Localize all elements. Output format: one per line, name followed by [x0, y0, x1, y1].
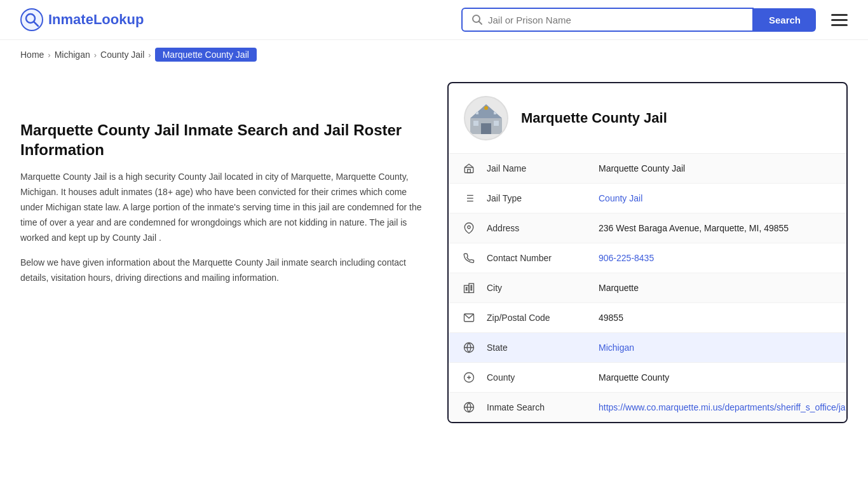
pin-icon	[461, 222, 477, 234]
row-value: 49855	[599, 313, 834, 323]
table-row: StateMichigan	[449, 333, 846, 363]
description-paragraph-2: Below we have given information about th…	[20, 255, 427, 286]
jail-building-icon	[467, 99, 505, 137]
breadcrumb: Home › Michigan › County Jail › Marquett…	[0, 40, 868, 69]
main-content: Marquette County Jail Inmate Search and …	[0, 69, 868, 449]
svg-rect-28	[471, 289, 472, 290]
svg-rect-13	[465, 168, 473, 173]
page-title: Marquette County Jail Inmate Search and …	[20, 120, 427, 159]
row-label: Inmate Search	[487, 402, 588, 412]
row-value: Marquette County Jail	[599, 163, 834, 173]
table-row: Inmate Searchhttps://www.co.marquette.mi…	[449, 393, 846, 422]
table-row: Jail NameMarquette County Jail	[449, 154, 846, 184]
row-label: Jail Type	[487, 193, 588, 203]
logo-icon	[20, 8, 43, 31]
svg-point-21	[468, 226, 471, 229]
left-panel: Marquette County Jail Inmate Search and …	[20, 82, 427, 296]
search-area: Search	[461, 8, 848, 32]
row-label: City	[487, 283, 588, 293]
row-label: Address	[487, 223, 588, 233]
row-value[interactable]: County Jail	[599, 193, 834, 203]
svg-point-12	[484, 106, 488, 110]
chevron-icon-1: ›	[48, 50, 50, 60]
svg-rect-24	[466, 287, 468, 288]
globe-icon	[461, 342, 477, 353]
row-value[interactable]: 906-225-8435	[599, 253, 834, 263]
svg-rect-26	[471, 285, 472, 287]
table-row: CountyMarquette County	[449, 363, 846, 393]
breadcrumb-state[interactable]: Michigan	[55, 50, 90, 60]
mail-icon	[461, 312, 477, 323]
hamburger-line-2	[831, 19, 848, 21]
phone-icon	[461, 252, 477, 264]
svg-rect-14	[468, 170, 471, 173]
site-header: InmateLookup Search	[0, 0, 868, 40]
card-header: Marquette County Jail	[449, 83, 846, 154]
card-jail-name: Marquette County Jail	[521, 110, 667, 126]
search-button[interactable]: Search	[754, 8, 816, 32]
svg-line-4	[478, 22, 482, 25]
row-label: Contact Number	[487, 253, 588, 263]
svg-rect-10	[476, 112, 478, 114]
svg-rect-8	[473, 121, 478, 126]
svg-rect-7	[481, 123, 491, 134]
row-label: Zip/Postal Code	[487, 313, 588, 323]
info-card: Marquette County Jail Jail NameMarquette…	[447, 82, 848, 423]
svg-point-0	[21, 9, 43, 30]
county-icon	[461, 372, 477, 383]
row-value[interactable]: Michigan	[599, 342, 834, 353]
search-box	[461, 8, 754, 32]
jail-avatar	[464, 96, 508, 140]
row-value: Marquette County	[599, 372, 834, 383]
row-label: State	[487, 342, 588, 353]
table-row: Address236 West Baraga Avenue, Marquette…	[449, 214, 846, 243]
hamburger-line-1	[831, 14, 848, 16]
search-input[interactable]	[488, 15, 743, 25]
list-icon	[461, 193, 477, 204]
description-paragraph-1: Marquette County Jail is a high security…	[20, 170, 427, 245]
chevron-icon-3: ›	[148, 50, 151, 60]
table-row: Contact Number906-225-8435	[449, 243, 846, 273]
chevron-icon-2: ›	[94, 50, 97, 60]
row-value: Marquette	[599, 283, 834, 293]
logo-text: InmateLookup	[48, 11, 144, 28]
row-label: Jail Name	[487, 163, 588, 173]
breadcrumb-type[interactable]: County Jail	[100, 50, 144, 60]
breadcrumb-current: Marquette County Jail	[155, 48, 257, 62]
breadcrumb-home[interactable]: Home	[20, 50, 44, 60]
table-row: Zip/Postal Code49855	[449, 303, 846, 333]
search-icon	[471, 14, 483, 25]
row-value: 236 West Baraga Avenue, Marquette, MI, 4…	[599, 223, 834, 233]
hamburger-line-3	[831, 24, 848, 26]
table-row: CityMarquette	[449, 273, 846, 303]
jail-icon	[461, 163, 477, 174]
svg-rect-9	[494, 121, 499, 126]
svg-rect-25	[466, 289, 468, 290]
search-globe-icon	[461, 402, 477, 413]
logo[interactable]: InmateLookup	[20, 8, 144, 31]
table-row: Jail TypeCounty Jail	[449, 184, 846, 214]
svg-rect-27	[471, 287, 472, 288]
row-value[interactable]: https://www.co.marquette.mi.us/departmen…	[599, 402, 846, 412]
svg-rect-11	[494, 112, 496, 114]
hamburger-menu[interactable]	[831, 14, 848, 26]
row-label: County	[487, 372, 588, 383]
city-icon	[461, 282, 477, 294]
info-table: Jail NameMarquette County JailJail TypeC…	[449, 154, 846, 422]
